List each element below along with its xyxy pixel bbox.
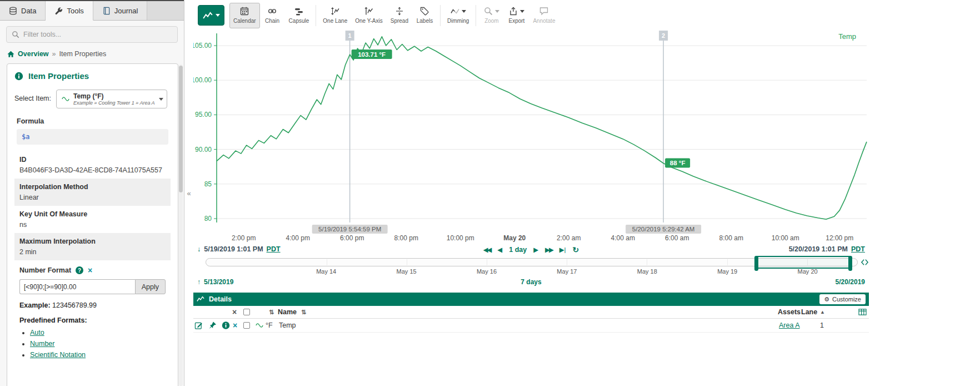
scrubber-selection[interactable] xyxy=(756,256,851,269)
pan-forward-button[interactable]: ▶ xyxy=(533,246,538,254)
investigate-duration[interactable]: 7 days xyxy=(193,278,869,286)
annotate-icon xyxy=(539,7,548,16)
pan-forward-full-button[interactable]: ▶▶ xyxy=(545,246,553,254)
row-asset-link[interactable]: Area A xyxy=(779,321,800,329)
annotate-button[interactable]: Annotate xyxy=(529,3,559,28)
format-link-scientific[interactable]: Scientific Notation xyxy=(30,351,86,359)
svg-text:12:00 pm: 12:00 pm xyxy=(826,234,853,242)
svg-text:1: 1 xyxy=(348,32,352,39)
export-button[interactable]: Export xyxy=(504,3,529,28)
capsule-icon xyxy=(294,7,303,16)
pan-back-full-button[interactable]: ◀◀ xyxy=(483,246,491,254)
predefined-formats-label: Predefined Formats: xyxy=(19,316,166,324)
view-selector-button[interactable] xyxy=(198,5,224,26)
labels-button[interactable]: Labels xyxy=(412,3,437,28)
display-range-row: ↓ 5/19/2019 1:01 PM PDT ◀◀ ◀ 1 day ▶ ▶▶ … xyxy=(193,245,869,256)
calendar-view-button[interactable]: Calendar xyxy=(229,3,260,28)
table-row: × °F Temp Area A 1 xyxy=(193,319,869,333)
scrubber-day-tick xyxy=(487,259,487,265)
chain-view-button[interactable]: Chain xyxy=(260,3,285,28)
help-icon[interactable]: ? xyxy=(76,266,83,274)
formula-label: Formula xyxy=(17,117,168,125)
sort-asc-icon: ▲ xyxy=(820,309,825,315)
trend-chart-area[interactable]: 105.00100.0095.0090.0085802:00 pm4:00 pm… xyxy=(193,31,869,245)
tab-journal[interactable]: Journal xyxy=(93,1,148,20)
breadcrumb-current: Item Properties xyxy=(59,50,107,58)
table-columns-icon[interactable] xyxy=(858,308,867,316)
number-format-label: Number Format xyxy=(19,266,71,274)
timeline-scrubber[interactable] xyxy=(193,257,869,268)
remove-item-icon[interactable]: × xyxy=(233,321,237,329)
spread-button[interactable]: Spread xyxy=(387,3,412,28)
number-format-input[interactable] xyxy=(19,279,135,294)
scrubber-bar[interactable] xyxy=(206,258,858,266)
svg-text:May 20: May 20 xyxy=(503,234,526,242)
tab-tools-label: Tools xyxy=(67,7,83,15)
sort-icon[interactable]: ⇅ xyxy=(301,309,306,316)
clear-format-icon[interactable]: × xyxy=(88,266,92,274)
one-lane-icon xyxy=(331,7,339,16)
toolbar-divider xyxy=(316,5,316,26)
example-value: 123456789.99 xyxy=(52,301,97,309)
timezone-link[interactable]: PDT xyxy=(851,245,865,253)
customize-button[interactable]: ⚙ Customize xyxy=(819,294,866,304)
go-to-end-button[interactable]: ▶| xyxy=(559,246,566,254)
trend-chart[interactable]: 105.00100.0095.0090.0085802:00 pm4:00 pm… xyxy=(193,31,869,245)
chevron-down-icon xyxy=(520,10,524,13)
formula-value[interactable]: $a xyxy=(17,129,168,145)
pin-icon[interactable] xyxy=(208,321,217,330)
scrubber-day-tick xyxy=(567,259,567,265)
search-icon xyxy=(12,31,19,38)
zoom-button[interactable]: Zoom xyxy=(479,3,504,28)
lane-column-header[interactable]: Lane xyxy=(801,308,817,316)
svg-text:2: 2 xyxy=(662,32,665,39)
home-icon[interactable] xyxy=(7,51,14,58)
one-y-axis-icon xyxy=(364,7,373,16)
duration-button[interactable]: 1 day xyxy=(509,246,527,254)
details-panel-header: Details ⚙ Customize xyxy=(193,293,869,306)
item-select-dropdown[interactable]: Temp (°F) Example » Cooling Tower 1 » Ar… xyxy=(56,90,167,108)
svg-text:6:00 am: 6:00 am xyxy=(665,234,689,242)
format-link-number[interactable]: Number xyxy=(30,340,54,348)
row-checkbox[interactable] xyxy=(243,322,250,329)
apply-button[interactable]: Apply xyxy=(135,279,166,294)
investigate-range-row: ↑ 5/13/2019 7 days 5/20/2019 xyxy=(193,277,869,289)
scrubber-day-tick xyxy=(727,259,728,265)
svg-text:Temp: Temp xyxy=(838,32,856,41)
tab-data[interactable]: Data xyxy=(0,1,46,20)
one-y-axis-button[interactable]: One Y-Axis xyxy=(351,3,386,28)
sort-icon[interactable]: ⇅ xyxy=(269,309,274,316)
one-lane-button[interactable]: One Lane xyxy=(319,3,351,28)
name-column-header[interactable]: Name xyxy=(278,308,297,316)
sidebar-collapse-handle[interactable]: « xyxy=(184,0,193,386)
filter-tools-input[interactable] xyxy=(23,31,172,38)
svg-text:5/20/2019 5:29:42 AM: 5/20/2019 5:29:42 AM xyxy=(632,226,695,232)
row-lane: 1 xyxy=(820,321,824,329)
range-end-datetime[interactable]: 5/20/2019 1:01 PM xyxy=(789,245,848,253)
scrollbar-thumb[interactable] xyxy=(179,66,183,192)
dimming-button[interactable]: Dimming xyxy=(443,3,473,28)
breadcrumb-overview-link[interactable]: Overview xyxy=(18,50,49,58)
pan-back-button[interactable]: ◀ xyxy=(497,246,502,254)
tab-tools[interactable]: Tools xyxy=(46,1,93,21)
sidebar-scrollbar[interactable] xyxy=(179,65,183,386)
wrench-icon xyxy=(54,7,63,15)
select-all-checkbox[interactable] xyxy=(243,309,250,315)
item-info-icon[interactable] xyxy=(222,321,230,330)
refresh-icon[interactable]: ↻ xyxy=(573,245,579,254)
svg-text:4:00 am: 4:00 am xyxy=(611,234,635,242)
svg-text:85: 85 xyxy=(204,180,212,188)
assets-column-header[interactable]: Assets xyxy=(778,308,801,316)
capsule-view-button[interactable]: Capsule xyxy=(285,3,313,28)
format-link-auto[interactable]: Auto xyxy=(30,329,44,336)
edit-icon[interactable] xyxy=(194,321,203,330)
row-name[interactable]: Temp xyxy=(279,321,296,329)
investigate-end-date[interactable]: 5/20/2019 xyxy=(836,278,865,286)
expand-range-icon[interactable] xyxy=(861,258,869,266)
svg-text:10:00 pm: 10:00 pm xyxy=(447,234,474,242)
chain-icon xyxy=(268,7,277,16)
property-row-interpolation: Interpolation Method Linear xyxy=(14,179,171,206)
remove-all-icon[interactable]: × xyxy=(232,308,237,316)
row-unit: °F xyxy=(266,321,273,329)
scrubber-date-label: May 16 xyxy=(477,268,497,275)
